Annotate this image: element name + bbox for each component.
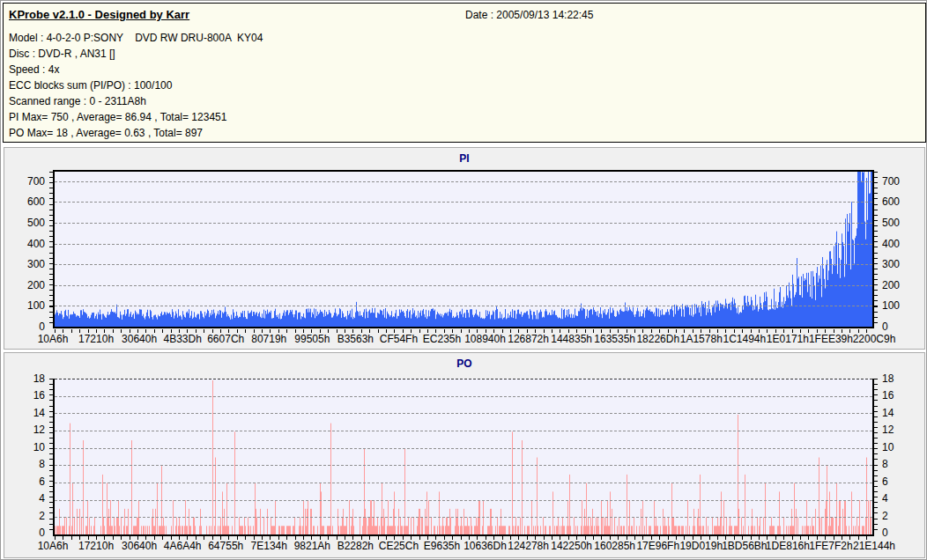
x-tick-label: 108940h <box>464 333 506 345</box>
y-tick-label: 0 <box>39 321 45 333</box>
y-tick-label: 12 <box>33 424 45 436</box>
pi-chart-title: PI <box>4 152 924 165</box>
scan-info-panel: KProbe v2.1.0 - Designed by Karr Date : … <box>3 3 926 143</box>
pi-y-ticks-right <box>874 172 878 327</box>
x-tick-label: 10A6h <box>38 333 69 345</box>
x-tick-label: 64755h <box>208 540 243 552</box>
y-tick-label: 100 <box>27 299 45 312</box>
y-tick-label: 600 <box>882 195 900 208</box>
y-tick-label: 400 <box>27 238 45 250</box>
x-tick-label: 1E0171h <box>767 333 809 345</box>
gridline <box>55 465 872 466</box>
x-tick-label: 17210h <box>78 540 114 552</box>
po-bars-canvas <box>55 380 872 534</box>
po-y-ticks-right <box>874 379 878 533</box>
pi-y-axis-left: 0100200300400500600700 <box>4 172 47 327</box>
y-tick-label: 6 <box>882 475 888 488</box>
app-title: KProbe v2.1.0 - Designed by Karr <box>9 8 189 21</box>
y-tick-label: 500 <box>882 217 900 229</box>
x-tick-label: 80719h <box>251 333 286 345</box>
y-tick-label: 14 <box>33 407 45 419</box>
x-tick-label: 4B33Dh <box>163 333 201 345</box>
x-tick-label: 10A6h <box>38 540 69 552</box>
y-tick-label: 200 <box>27 279 45 291</box>
gridline <box>55 264 872 265</box>
y-tick-label: 14 <box>882 407 894 419</box>
info-line-pi-stats: PI Max= 750 , Average= 86.94 , Total= 12… <box>9 109 263 125</box>
pi-x-axis-labels: 10A6h17210h30640h4B33Dh6607Ch80719h99505… <box>53 333 874 345</box>
gridline <box>55 379 872 379</box>
y-tick-label: 12 <box>882 424 894 436</box>
x-tick-label: 1C1494h <box>723 333 766 345</box>
po-y-axis-left: 024681012141618 <box>4 379 47 533</box>
y-tick-label: 300 <box>27 258 45 270</box>
x-tick-label: 144835h <box>551 333 592 345</box>
info-line-po-stats: PO Max= 18 , Average= 0.63 , Total= 897 <box>9 125 263 141</box>
info-line-disc: Disc : DVD-R , AN31 [] <box>9 46 263 62</box>
y-tick-label: 10 <box>33 441 45 453</box>
y-tick-label: 16 <box>882 389 894 402</box>
y-tick-label: 0 <box>882 527 888 539</box>
y-tick-label: 700 <box>27 175 45 188</box>
x-tick-label: 7E134h <box>251 540 287 552</box>
y-tick-label: 0 <box>882 321 888 333</box>
gridline <box>55 448 872 449</box>
x-tick-label: 6607Ch <box>207 333 244 345</box>
pi-chart-panel: PI 0100200300400500600700 01002003004005… <box>4 147 925 350</box>
x-tick-label: 142250h <box>551 540 592 552</box>
x-tick-label: 17E96Fh <box>636 540 679 552</box>
x-tick-label: B2282h <box>337 540 374 552</box>
x-tick-label: 1FEE39h <box>809 333 853 345</box>
po-chart-panel: PO 024681012141618 024681012141618 10A6h… <box>4 352 925 558</box>
y-tick-label: 300 <box>882 258 900 270</box>
y-tick-label: 18 <box>882 372 894 385</box>
x-tick-label: 30640h <box>122 540 157 552</box>
y-tick-label: 200 <box>882 279 900 291</box>
kprobe-report-window: KProbe v2.1.0 - Designed by Karr Date : … <box>0 0 927 560</box>
y-tick-label: 18 <box>33 372 45 385</box>
x-tick-label: 126872h <box>508 333 549 345</box>
y-tick-label: 500 <box>27 217 45 229</box>
y-tick-label: 4 <box>39 492 45 505</box>
info-line-model: Model : 4-0-2-0 P:SONY DVD RW DRU-800A K… <box>9 30 263 46</box>
gridline <box>55 517 872 518</box>
x-tick-label: 21E144h <box>853 540 895 552</box>
x-tick-label: 160285h <box>594 540 635 552</box>
x-tick-label: 124278h <box>508 540 549 552</box>
x-tick-label: 1DE816h <box>766 540 810 552</box>
y-tick-label: 600 <box>27 195 45 208</box>
x-tick-label: 1FE7F2h <box>809 540 852 552</box>
x-tick-label: 9821Ah <box>294 540 330 552</box>
gridline <box>55 396 872 397</box>
gridline <box>55 431 872 431</box>
scan-date: Date : 2005/09/13 14:22:45 <box>465 9 593 21</box>
x-tick-label: 99505h <box>294 333 330 345</box>
x-tick-label: 10636Dh <box>464 540 507 552</box>
x-tick-label: 19D019h <box>679 540 723 552</box>
pi-plot-area <box>53 170 874 328</box>
x-tick-label: 1BD56Bh <box>722 540 767 552</box>
x-tick-label: 163535h <box>594 333 635 345</box>
y-tick-label: 0 <box>39 527 45 539</box>
gridline <box>55 306 872 306</box>
y-tick-label: 8 <box>39 458 45 470</box>
gridline <box>55 181 872 182</box>
gridline <box>55 500 872 501</box>
x-tick-label: 4A6A4h <box>164 540 202 552</box>
x-tick-label: EC235h <box>423 333 461 345</box>
po-y-axis-right: 024681012141618 <box>880 379 921 533</box>
pi-bars-canvas <box>55 172 872 327</box>
y-tick-label: 400 <box>882 238 900 250</box>
y-tick-label: 2 <box>39 510 45 522</box>
po-x-axis-labels: 10A6h17210h30640h4A6A4h64755h7E134h9821A… <box>53 540 874 552</box>
gridline <box>55 223 872 224</box>
gridline <box>55 244 872 245</box>
x-tick-label: B3563h <box>337 333 374 345</box>
y-tick-label: 100 <box>882 299 900 312</box>
x-tick-label: 1A1578h <box>680 333 723 345</box>
x-tick-label: CE25Ch <box>379 540 419 552</box>
po-plot-area <box>53 379 874 536</box>
y-tick-label: 4 <box>882 492 888 505</box>
info-line-range: Scanned range : 0 - 2311A8h <box>9 93 263 109</box>
gridline <box>55 202 872 203</box>
